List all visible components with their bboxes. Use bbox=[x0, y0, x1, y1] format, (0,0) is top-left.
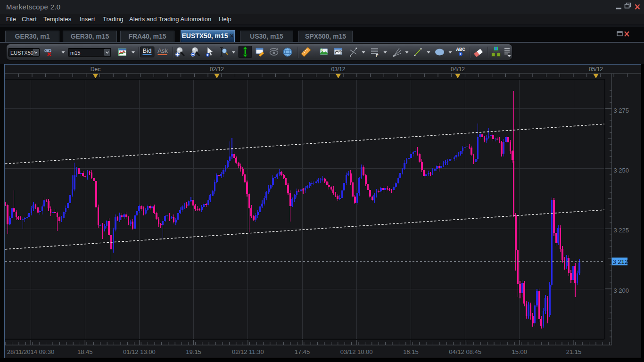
svg-text:04/12 08:45: 04/12 08:45 bbox=[449, 348, 481, 355]
svg-text:Dec: Dec bbox=[91, 66, 100, 73]
svg-text:04/12: 04/12 bbox=[451, 66, 465, 73]
svg-text:05/12: 05/12 bbox=[589, 66, 603, 73]
svg-text:3 200: 3 200 bbox=[614, 287, 629, 294]
svg-text:3 225: 3 225 bbox=[614, 227, 629, 234]
svg-text:18:45: 18:45 bbox=[77, 348, 93, 355]
svg-text:02/12: 02/12 bbox=[210, 66, 224, 73]
svg-text:21:15: 21:15 bbox=[566, 348, 582, 355]
svg-text:17:45: 17:45 bbox=[295, 348, 310, 355]
svg-text:03/12: 03/12 bbox=[331, 66, 345, 73]
svg-text:03/12 10:00: 03/12 10:00 bbox=[340, 348, 373, 355]
svg-text:3 212: 3 212 bbox=[613, 258, 628, 265]
svg-text:3 275: 3 275 bbox=[614, 107, 629, 114]
svg-text:02/12 11:30: 02/12 11:30 bbox=[232, 348, 264, 355]
svg-text:15:00: 15:00 bbox=[512, 348, 528, 355]
svg-text:19:15: 19:15 bbox=[186, 348, 201, 355]
svg-text:28/11/2014 09:30: 28/11/2014 09:30 bbox=[7, 348, 54, 355]
svg-text:3 250: 3 250 bbox=[614, 167, 629, 174]
svg-text:01/12 13:00: 01/12 13:00 bbox=[123, 348, 156, 355]
svg-text:16:15: 16:15 bbox=[403, 348, 419, 355]
